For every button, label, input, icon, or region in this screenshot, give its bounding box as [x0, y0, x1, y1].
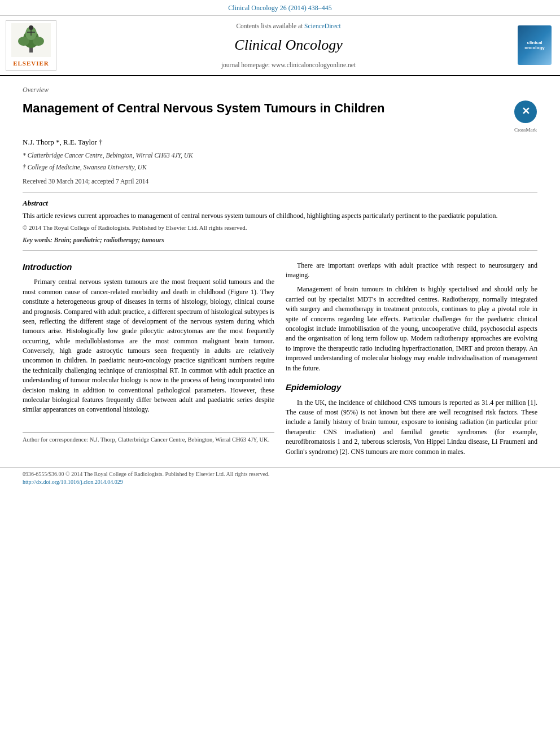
crossmark-icon: ✕: [514, 100, 537, 124]
crossmark-label: CrossMark: [514, 126, 537, 134]
journal-logo-box: clinicaloncology: [518, 25, 552, 65]
sciencedirect-link[interactable]: ScienceDirect: [304, 23, 341, 29]
intro-para-1: Primary central nervous system tumours a…: [23, 277, 274, 414]
abstract-title: Abstract: [23, 198, 537, 208]
sciencedirect-line: Contents lists available at ScienceDirec…: [62, 21, 515, 30]
epidemiology-heading: Epidemiology: [286, 381, 537, 394]
article-content: Overview Management of Central Nervous S…: [0, 85, 560, 461]
copyright-line: © 2014 The Royal College of Radiologists…: [23, 224, 537, 232]
journal-logo-right: clinicaloncology: [515, 20, 554, 71]
elsevier-logo: ELSEVIER: [6, 20, 56, 71]
journal-title: Clinical Oncology: [62, 35, 515, 55]
affiliation-1: * Clatterbridge Cancer Centre, Bebington…: [23, 151, 537, 160]
citation-text: Clinical Oncology 26 (2014) 438–445: [228, 4, 331, 12]
section-label: Overview: [23, 85, 537, 95]
two-column-body: Introduction Primary central nervous sys…: [23, 261, 537, 461]
svg-point-5: [29, 25, 33, 30]
keywords-label: Key words:: [23, 237, 53, 243]
footer-doi[interactable]: http://dx.doi.org/10.1016/j.clon.2014.04…: [23, 479, 123, 485]
journal-logo-text: clinicaloncology: [524, 40, 545, 51]
abstract-text: This article reviews current approaches …: [23, 211, 537, 221]
abstract-section: Abstract This article reviews current ap…: [23, 198, 537, 244]
footnote-area: Author for correspondence: N.J. Thorp, C…: [23, 432, 274, 444]
received-line: Received 30 March 2014; accepted 7 April…: [23, 177, 537, 186]
journal-header-center: Contents lists available at ScienceDirec…: [62, 20, 515, 71]
affiliation-2: † College of Medicine, Swansea Universit…: [23, 163, 537, 172]
citation-bar: Clinical Oncology 26 (2014) 438–445: [0, 0, 560, 16]
article-title: Management of Central Nervous System Tum…: [23, 101, 508, 117]
elsevier-text: ELSEVIER: [13, 59, 49, 68]
journal-homepage: journal homepage: www.clinicaloncologyon…: [62, 60, 515, 69]
crossmark-container: ✕ CrossMark: [514, 100, 537, 134]
footer-issn: 0936-6555/$36.00 © 2014 The Royal Colleg…: [23, 470, 537, 478]
divider-1: [23, 192, 537, 193]
divider-2: [23, 250, 537, 251]
keywords-values: Brain; paediatric; radiotherapy; tumours: [54, 237, 164, 243]
journal-header: ELSEVIER Contents lists available at Sci…: [0, 16, 560, 76]
keywords: Key words: Brain; paediatric; radiothera…: [23, 235, 537, 244]
svg-text:✕: ✕: [522, 106, 530, 117]
epidemiology-para-1: In the UK, the incidence of childhood CN…: [286, 398, 537, 457]
elsevier-tree-image: [11, 23, 51, 57]
col-left: Introduction Primary central nervous sys…: [23, 261, 274, 461]
footnote-text: Author for correspondence: N.J. Thorp, C…: [23, 435, 274, 444]
intro-para-right-2: Management of brain tumours in children …: [286, 285, 537, 373]
introduction-heading: Introduction: [23, 261, 274, 273]
intro-para-right-1: There are important overlaps with adult …: [286, 261, 537, 281]
col-right: There are important overlaps with adult …: [286, 261, 537, 461]
footer-bar: 0936-6555/$36.00 © 2014 The Royal Colleg…: [0, 467, 560, 489]
authors: N.J. Thorp *, R.E. Taylor †: [23, 137, 537, 147]
